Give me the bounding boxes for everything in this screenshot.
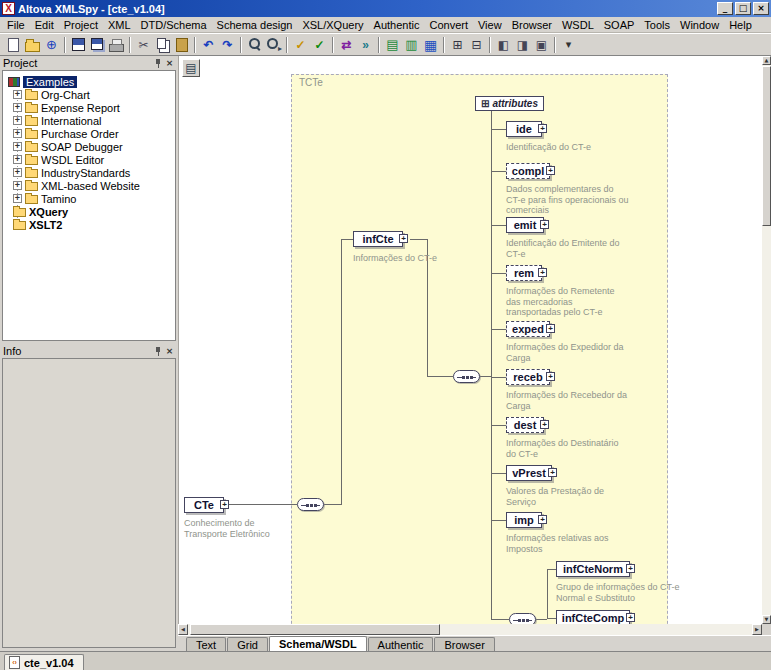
- sequence-compositor[interactable]: [297, 498, 324, 511]
- expand-icon[interactable]: [540, 420, 549, 429]
- expand-icon[interactable]: [13, 142, 22, 151]
- menu-xml[interactable]: XML: [103, 18, 136, 32]
- project-item-wsdl-editor[interactable]: WSDL Editor: [3, 153, 175, 166]
- menu-help[interactable]: Help: [724, 18, 757, 32]
- undo-icon[interactable]: [199, 35, 218, 54]
- tab-grid[interactable]: Grid: [227, 637, 268, 651]
- scroll-right-icon[interactable]: ▶: [752, 624, 762, 635]
- tab-schema-wsdl[interactable]: Schema/WSDL: [269, 636, 367, 651]
- tab-authentic[interactable]: Authentic: [368, 637, 434, 651]
- menu-edit[interactable]: Edit: [30, 18, 59, 32]
- vertical-scrollbar[interactable]: ▲ ▼: [762, 56, 771, 624]
- open-file-icon[interactable]: [23, 35, 42, 54]
- find-next-icon[interactable]: [264, 35, 283, 54]
- pin-icon[interactable]: [153, 58, 164, 69]
- window-cascade-icon[interactable]: [532, 35, 551, 54]
- expand-icon[interactable]: [13, 90, 22, 99]
- element-rem[interactable]: rem: [506, 265, 542, 281]
- expand-icon[interactable]: [538, 124, 547, 133]
- cut-icon[interactable]: [134, 35, 153, 54]
- scroll-down-icon[interactable]: ▼: [762, 615, 771, 624]
- project-item-expense-report[interactable]: Expense Report: [3, 101, 175, 114]
- expand-icon[interactable]: [13, 116, 22, 125]
- sequence-compositor[interactable]: [453, 370, 480, 383]
- redo-icon[interactable]: [218, 35, 237, 54]
- tab-browser[interactable]: Browser: [434, 637, 494, 651]
- schema-diagram-canvas[interactable]: ▤ TCTe CTe Conhecimento de Transport: [178, 56, 762, 624]
- expand-icon[interactable]: [399, 234, 408, 243]
- xquery-execute-icon[interactable]: [356, 35, 375, 54]
- menu-file[interactable]: File: [2, 18, 30, 32]
- expand-icon[interactable]: [538, 268, 547, 277]
- split-horizontal-icon[interactable]: [494, 35, 513, 54]
- project-item-xquery[interactable]: XQuery: [3, 205, 175, 218]
- expand-icon[interactable]: [13, 129, 22, 138]
- tab-text[interactable]: Text: [186, 637, 226, 651]
- project-item-org-chart[interactable]: Org-Chart: [3, 88, 175, 101]
- expand-icon[interactable]: [13, 194, 22, 203]
- copy-icon[interactable]: [153, 35, 172, 54]
- expand-icon[interactable]: ⊞: [481, 98, 489, 109]
- new-file-icon[interactable]: [4, 35, 23, 54]
- scroll-left-icon[interactable]: ◀: [178, 624, 188, 635]
- menu-tools[interactable]: Tools: [639, 18, 675, 32]
- menu-soap[interactable]: SOAP: [599, 18, 640, 32]
- menu-schema-design[interactable]: Schema design: [212, 18, 298, 32]
- close-panel-icon[interactable]: ×: [164, 58, 175, 69]
- project-item-purchase-order[interactable]: Purchase Order: [3, 127, 175, 140]
- expand-icon[interactable]: [626, 613, 635, 622]
- append-row-icon[interactable]: [402, 35, 421, 54]
- element-exped[interactable]: exped: [506, 321, 550, 337]
- element-ide[interactable]: ide: [506, 121, 542, 137]
- element-compl[interactable]: compl: [506, 163, 550, 179]
- save-all-icon[interactable]: [88, 35, 107, 54]
- project-item-industrystandards[interactable]: IndustryStandards: [3, 166, 175, 179]
- expand-icon[interactable]: [548, 468, 557, 477]
- document-tab[interactable]: cte_v1.04: [4, 654, 84, 670]
- menu-dtd-schema[interactable]: DTD/Schema: [136, 18, 212, 32]
- validate-icon[interactable]: [310, 35, 329, 54]
- expand-icon[interactable]: [13, 168, 22, 177]
- expand-icon[interactable]: [538, 515, 547, 524]
- expand-icon[interactable]: [546, 166, 555, 175]
- close-button[interactable]: ×: [753, 2, 769, 15]
- project-item-xml-based-website[interactable]: XML-based Website: [3, 179, 175, 192]
- element-dest[interactable]: dest: [506, 417, 544, 433]
- element-emit[interactable]: emit: [506, 217, 544, 233]
- project-item-international[interactable]: International: [3, 114, 175, 127]
- choice-compositor[interactable]: [509, 613, 536, 624]
- menu-window[interactable]: Window: [675, 18, 724, 32]
- open-url-icon[interactable]: [42, 35, 61, 54]
- expand-icon[interactable]: [13, 103, 22, 112]
- expand-icon[interactable]: [13, 155, 22, 164]
- expand-icon[interactable]: [220, 500, 229, 509]
- split-vertical-icon[interactable]: [513, 35, 532, 54]
- element-infcte[interactable]: infCte: [353, 231, 403, 247]
- horizontal-scrollbar[interactable]: ◀ ▶: [178, 624, 762, 635]
- menu-xsl-xquery[interactable]: XSL/XQuery: [297, 18, 368, 32]
- xsl-transform-icon[interactable]: [337, 35, 356, 54]
- pin-icon[interactable]: [153, 346, 164, 357]
- horizontal-scroll-thumb[interactable]: [190, 624, 440, 635]
- save-icon[interactable]: [69, 35, 88, 54]
- element-infctenorm[interactable]: infCteNorm: [556, 561, 630, 577]
- title-bar[interactable]: X Altova XMLSpy - [cte_v1.04] _ □ ×: [0, 0, 771, 17]
- project-item-tamino[interactable]: Tamino: [3, 192, 175, 205]
- element-infctecomp[interactable]: infCteComp: [556, 610, 630, 624]
- insert-row-icon[interactable]: [383, 35, 402, 54]
- element-cte[interactable]: CTe: [184, 497, 224, 513]
- menu-browser[interactable]: Browser: [507, 18, 557, 32]
- expand-icon[interactable]: [546, 372, 555, 381]
- element-imp[interactable]: imp: [506, 512, 542, 528]
- minimize-button[interactable]: _: [717, 2, 733, 15]
- expand-icon[interactable]: [540, 220, 549, 229]
- element-vprest[interactable]: vPrest: [506, 465, 552, 481]
- element-receb[interactable]: receb: [506, 369, 550, 385]
- attributes-box[interactable]: ⊞ attributes: [475, 96, 544, 111]
- menu-authentic[interactable]: Authentic: [369, 18, 425, 32]
- print-icon[interactable]: [107, 35, 126, 54]
- expand-icon[interactable]: [13, 181, 22, 190]
- scroll-up-icon[interactable]: ▲: [762, 56, 771, 65]
- table-display-icon[interactable]: [421, 35, 440, 54]
- vertical-scroll-thumb[interactable]: [762, 66, 771, 226]
